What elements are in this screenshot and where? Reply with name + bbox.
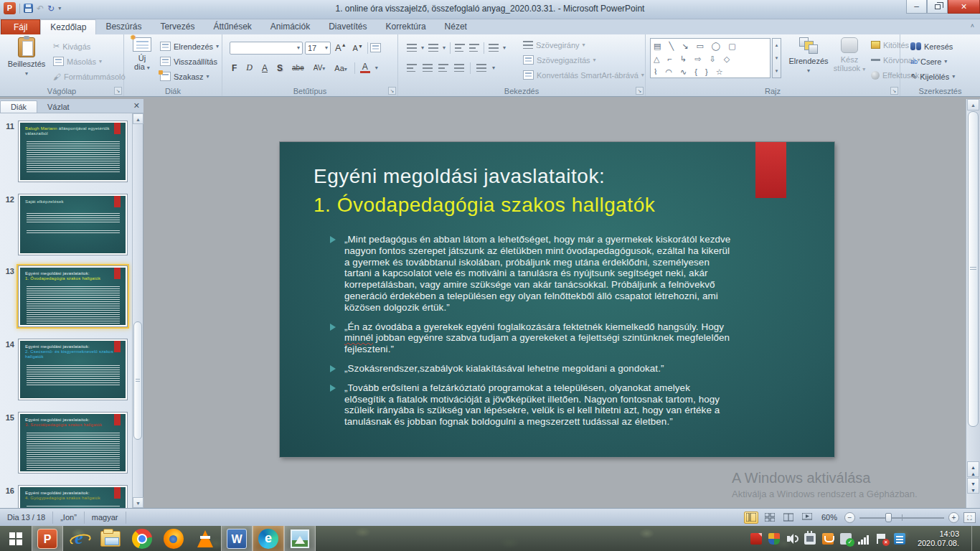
clear-formatting-icon[interactable] xyxy=(370,43,381,52)
tab-file[interactable]: Fájl xyxy=(1,19,40,34)
slide-body-placeholder[interactable]: „Mint pedagógus én abban látom a lehetős… xyxy=(330,234,732,435)
scroll-up-icon[interactable]: ▲ xyxy=(967,99,979,110)
tab-view[interactable]: Nézet xyxy=(435,19,476,34)
copy-button[interactable]: Másolás▾ xyxy=(52,54,127,69)
section-button[interactable]: Szakasz▾ xyxy=(159,69,220,84)
zoom-slider-thumb[interactable] xyxy=(885,513,892,522)
text-shadow-button[interactable]: S xyxy=(275,63,285,73)
new-slide-button[interactable]: Újdia ▾ xyxy=(127,37,157,72)
taskbar-file-explorer[interactable] xyxy=(95,526,126,551)
ribbon-collapse-icon[interactable]: ˄ xyxy=(971,22,974,29)
tab-animations[interactable]: Animációk xyxy=(261,19,319,34)
taskbar-photos[interactable] xyxy=(284,526,316,551)
cut-button[interactable]: ✂ Kivágás xyxy=(52,39,127,54)
line-spacing-icon[interactable] xyxy=(489,44,499,52)
slide-accent-rectangle[interactable] xyxy=(755,142,786,198)
start-button[interactable] xyxy=(0,526,32,551)
select-button[interactable]: ⇖ Kijelölés▾ xyxy=(909,69,956,84)
taskbar-word[interactable]: W xyxy=(221,526,253,551)
tab-slides-pane[interactable]: Diák xyxy=(0,100,37,113)
change-case-button[interactable]: Aa▾ xyxy=(332,64,349,72)
close-button[interactable]: × xyxy=(948,0,980,14)
layout-button[interactable]: Elrendezés▾ xyxy=(159,39,220,54)
main-scrollbar-thumb[interactable] xyxy=(968,111,979,427)
zoom-out-button[interactable]: − xyxy=(844,512,855,523)
slide-sorter-view-button[interactable] xyxy=(763,512,777,524)
pane-scrollbar-thumb[interactable] xyxy=(133,321,142,440)
taskbar-firefox[interactable] xyxy=(158,526,189,551)
reset-button[interactable]: Visszaállítás xyxy=(159,54,220,69)
tab-review[interactable]: Korrektúra xyxy=(377,19,435,34)
find-button[interactable]: Keresés xyxy=(909,39,956,54)
shapes-gallery-scrollbar[interactable]: ▲▼▼ xyxy=(772,38,781,78)
zoom-percentage[interactable]: 60% xyxy=(819,513,840,522)
slide-title-line2[interactable]: 1. Óvodapedagógia szakos hallgatók xyxy=(314,194,655,217)
language-indicator[interactable]: magyar xyxy=(85,512,126,524)
paragraph-dialog-launcher[interactable]: ↘ xyxy=(636,87,644,95)
slideshow-view-button[interactable] xyxy=(800,512,814,524)
character-spacing-button[interactable]: AV▾ xyxy=(311,64,328,72)
strikethrough-button[interactable]: abe xyxy=(290,64,306,72)
drawing-dialog-launcher[interactable]: ↘ xyxy=(890,87,898,95)
next-slide-button[interactable]: ▼▼ xyxy=(967,478,979,494)
slide-number-indicator[interactable]: Dia 13 / 18 xyxy=(0,512,53,524)
italic-button[interactable]: D xyxy=(244,62,255,73)
previous-slide-button[interactable]: ▲▲ xyxy=(967,461,979,477)
adobe-reader-tray-icon[interactable] xyxy=(750,533,762,545)
volume-icon[interactable] xyxy=(786,533,798,545)
fit-to-window-button[interactable]: ⛶ xyxy=(963,512,976,523)
taskbar-vlc[interactable] xyxy=(189,526,221,551)
font-size-combo[interactable]: 17▾ xyxy=(305,42,331,55)
zoom-in-button[interactable]: + xyxy=(948,512,959,523)
underline-button[interactable]: A xyxy=(260,63,270,73)
bullets-icon[interactable] xyxy=(407,44,417,52)
arrange-button[interactable]: Elrendezés▾ xyxy=(786,37,831,75)
font-color-button[interactable]: A xyxy=(360,63,370,73)
network-signal-icon[interactable] xyxy=(858,533,870,545)
align-text-button[interactable]: Szövegigazítás▾ xyxy=(522,52,646,67)
bold-button[interactable]: F xyxy=(230,63,239,73)
quick-styles-button[interactable]: Készstílusok ▾ xyxy=(831,37,868,74)
tab-slideshow[interactable]: Diavetítés xyxy=(319,19,376,34)
slide-editing-area[interactable]: Egyéni megoldási javaslataitok: 1. Óvoda… xyxy=(143,99,966,508)
titlebar[interactable]: P ↶ ↻ ▾ 1. online óra visszajelző, össze… xyxy=(0,0,980,19)
pane-scrollbar[interactable]: ▲ ▼ xyxy=(132,113,143,508)
tab-insert[interactable]: Beszúrás xyxy=(96,19,151,34)
convert-smartart-button[interactable]: Konvertálás SmartArt-ábrává▾ xyxy=(522,67,646,83)
show-desktop-button[interactable] xyxy=(971,526,977,551)
tab-transitions[interactable]: Áttűnések xyxy=(204,19,260,34)
font-name-combo[interactable]: ▾ xyxy=(230,42,303,55)
slide-canvas[interactable]: Egyéni megoldási javaslataitok: 1. Óvoda… xyxy=(280,142,834,457)
main-scrollbar[interactable]: ▲ ▲▲ ▼▼ xyxy=(966,99,980,508)
grow-font-button[interactable]: A▲ xyxy=(333,42,349,53)
taskbar-clock[interactable]: 14:03 2020.07.08. xyxy=(912,529,965,548)
shapes-gallery[interactable]: ▤ ╲ ↘ ▭ ◯ ▢ △ ⌐ ↳ ⇨ ⇩ ◇ ⌇ ◠ ∿ { } ☆ xyxy=(650,38,771,78)
align-left-icon[interactable] xyxy=(407,64,417,72)
input-language-icon[interactable] xyxy=(894,533,905,545)
shrink-font-button[interactable]: A▼ xyxy=(351,44,365,52)
restore-button[interactable] xyxy=(927,0,948,14)
taskbar-internet-explorer[interactable]: e xyxy=(63,526,95,551)
tab-design[interactable]: Tervezés xyxy=(151,19,204,34)
normal-view-button[interactable] xyxy=(744,512,758,524)
clipboard-dialog-launcher[interactable]: ↘ xyxy=(114,87,122,95)
reading-view-button[interactable] xyxy=(781,512,796,524)
java-update-icon[interactable] xyxy=(822,533,834,545)
align-right-icon[interactable] xyxy=(438,64,448,72)
pane-close-icon[interactable]: ✕ xyxy=(133,101,140,110)
font-dialog-launcher[interactable]: ↘ xyxy=(388,87,396,95)
numbering-icon[interactable] xyxy=(428,44,438,52)
text-direction-button[interactable]: Szövegirány▾ xyxy=(522,37,646,52)
slide-title-line1[interactable]: Egyéni megoldási javaslataitok: xyxy=(314,165,605,188)
theme-indicator[interactable]: „Ion” xyxy=(53,512,85,524)
action-center-flag-icon[interactable]: ✕ xyxy=(876,533,887,545)
tab-outline-pane[interactable]: Vázlat xyxy=(37,101,80,113)
format-painter-button[interactable]: 🖌 Formátummásoló xyxy=(52,69,127,84)
paste-button[interactable]: Beillesztés▾ xyxy=(6,37,47,78)
zoom-slider[interactable] xyxy=(859,512,944,524)
power-plug-icon[interactable] xyxy=(804,533,816,545)
replace-button[interactable]: ab Csere▾ xyxy=(909,54,956,69)
pane-scroll-down-icon[interactable]: ▼ xyxy=(133,497,143,508)
justify-icon[interactable] xyxy=(454,64,464,72)
taskbar-edge[interactable]: e xyxy=(253,526,284,551)
